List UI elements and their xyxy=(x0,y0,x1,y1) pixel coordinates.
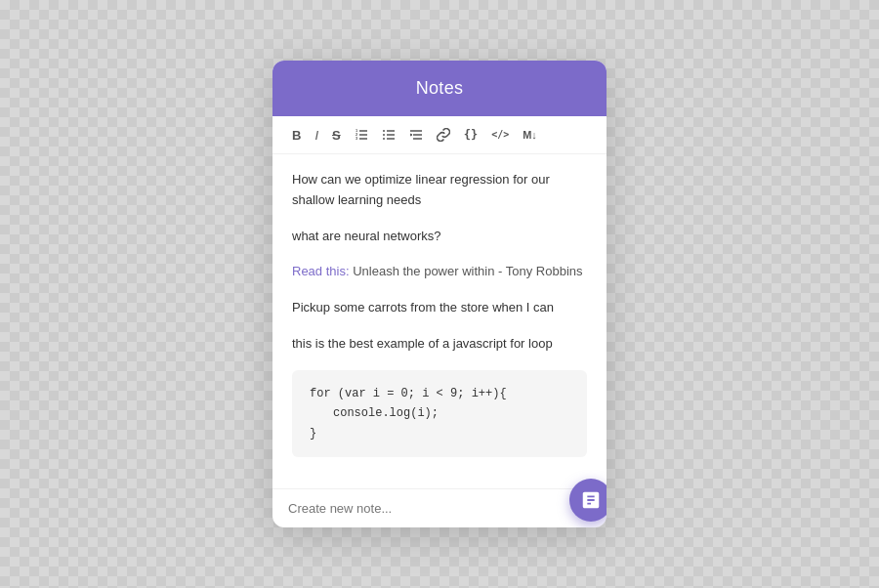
svg-point-8 xyxy=(383,138,385,140)
footer-wrapper xyxy=(272,488,607,527)
code-line-3: } xyxy=(310,424,569,443)
link-button[interactable] xyxy=(433,126,454,144)
add-note-fab[interactable] xyxy=(569,479,607,522)
note-text-2: what are neural networks? xyxy=(292,229,440,243)
code-block: for (var i = 0; i < 9; i++){ console.log… xyxy=(292,370,587,457)
note-text-4: Pickup some carrots from the store when … xyxy=(292,300,554,315)
notebook-icon xyxy=(580,489,602,511)
strikethrough-button[interactable]: S xyxy=(328,127,345,144)
card-footer xyxy=(272,488,607,527)
new-note-input[interactable] xyxy=(288,501,591,516)
card-title: Notes xyxy=(292,78,587,99)
note-link-label: Read this: xyxy=(292,264,350,278)
card-header: Notes xyxy=(272,61,607,116)
note-item-1: How can we optimize linear regression fo… xyxy=(292,170,587,211)
note-item-6: for (var i = 0; i < 9; i++){ console.log… xyxy=(292,370,587,457)
note-item-2: what are neural networks? xyxy=(292,227,587,247)
unordered-list-button[interactable] xyxy=(378,126,399,144)
italic-button[interactable]: I xyxy=(311,127,322,144)
note-text-5: this is the best example of a javascript… xyxy=(292,336,553,351)
notes-card: Notes B I S 1 2 3 xyxy=(272,61,607,527)
bold-button[interactable]: B xyxy=(288,127,305,144)
editor-toolbar: B I S 1 2 3 xyxy=(272,116,607,154)
note-text-1: How can we optimize linear regression fo… xyxy=(292,172,550,207)
code-line-1: for (var i = 0; i < 9; i++){ xyxy=(310,384,569,403)
ordered-list-button[interactable]: 1 2 3 xyxy=(351,126,372,144)
svg-text:3: 3 xyxy=(356,136,358,141)
note-item-4: Pickup some carrots from the store when … xyxy=(292,298,587,318)
notes-content: How can we optimize linear regression fo… xyxy=(272,154,607,488)
note-item-5: this is the best example of a javascript… xyxy=(292,334,587,355)
note-link-text: Unleash the power within - Tony Robbins xyxy=(353,264,582,278)
code-block-button[interactable]: </> xyxy=(487,128,513,142)
indent-button[interactable] xyxy=(405,126,427,144)
code-line-2: console.log(i); xyxy=(310,403,569,423)
note-item-3: Read this: Unleash the power within - To… xyxy=(292,262,587,282)
svg-point-7 xyxy=(383,134,385,136)
inline-code-button[interactable]: {} xyxy=(460,127,481,143)
svg-point-6 xyxy=(383,130,385,132)
markdown-button[interactable]: M↓ xyxy=(519,128,541,143)
